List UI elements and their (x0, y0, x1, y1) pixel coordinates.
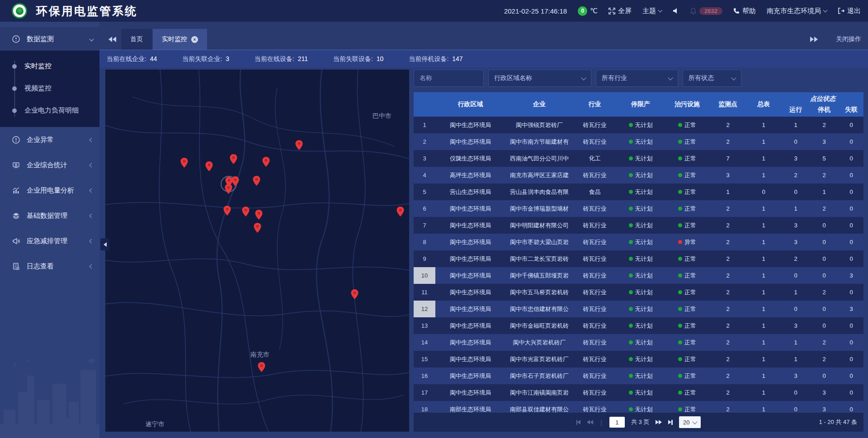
cell-monitor: 2 (709, 351, 746, 367)
tab-首页[interactable]: 首页 (121, 29, 152, 50)
sidebar-item-7[interactable]: 日志查看 (0, 254, 99, 279)
cell-facility-status: 正常 (665, 150, 709, 167)
map-roads-decoration (105, 70, 409, 432)
cell-region: 阆中生态环境局 (435, 200, 505, 217)
cell-monitor: 2 (709, 267, 746, 284)
volume-button[interactable] (673, 8, 679, 14)
sidebar-subitem-实时监控[interactable]: 实时监控 (0, 55, 99, 77)
theme-dropdown[interactable]: 主题 (642, 7, 662, 15)
cell-run: 1 (781, 334, 811, 351)
org-dropdown[interactable]: 南充市生态环境局 (767, 7, 827, 15)
tab-close-icon[interactable]: × (191, 36, 198, 43)
page-size-select[interactable]: 20 (679, 416, 701, 428)
table-row[interactable]: 1阆中生态环境局阆中强锐页岩砖厂砖瓦行业无计划正常21120 (414, 117, 863, 133)
chevron-left-icon (90, 137, 94, 142)
cell-meter: 0 (746, 184, 781, 200)
map-marker[interactable] (231, 176, 239, 186)
map-marker[interactable] (223, 206, 231, 216)
map-marker[interactable] (253, 176, 260, 186)
sidebar-item-6[interactable]: 应急减排管理 (0, 228, 99, 254)
table-row[interactable]: 8阆中生态环境局阆中市枣碧大梁山页岩砖瓦行业无计划异常21300 (414, 234, 863, 250)
tab-scroll-right-button[interactable] (805, 29, 822, 50)
next-page-button[interactable] (656, 420, 662, 424)
cell-halt: 0 (811, 234, 838, 250)
map-marker[interactable] (262, 157, 270, 167)
region-select[interactable]: 行政区域名称 (488, 70, 591, 87)
cell-stop-status: 无计划 (616, 267, 665, 284)
map-marker[interactable] (295, 140, 303, 150)
table-row[interactable]: 12阆中生态环境局阆中市忠信建材有限公砖瓦行业无计划正常21003 (414, 301, 863, 317)
table-row[interactable]: 15阆中生态环境局阆中市光富页岩机砖厂砖瓦行业无计划正常21120 (414, 351, 863, 367)
sidebar-subitem-企业电力负荷明细[interactable]: 企业电力负荷明细 (0, 99, 99, 122)
prev-page-button[interactable] (587, 420, 593, 424)
sidebar-subitem-视频监控[interactable]: 视频监控 (0, 77, 99, 99)
map-marker[interactable] (225, 184, 232, 194)
cell-monitor: 2 (709, 133, 746, 150)
cell-company: 西南油气田分公司川中 (505, 150, 573, 167)
page-number-input[interactable] (609, 417, 625, 428)
map-marker[interactable] (230, 154, 237, 164)
table-row[interactable]: 2阆中生态环境局阆中市南方节能建材有砖瓦行业无计划正常21030 (414, 133, 863, 150)
cell-region: 阆中生态环境局 (435, 317, 505, 334)
layers-icon (12, 212, 21, 220)
status-dot-icon (678, 307, 682, 311)
table-row[interactable]: 3仪陇生态环境局西南油气田分公司川中化工无计划正常71350 (414, 150, 863, 167)
map-marker[interactable] (255, 210, 263, 220)
cell-facility-status: 正常 (665, 301, 709, 317)
map-marker[interactable] (254, 223, 261, 233)
tab-scroll-left-button[interactable] (104, 29, 121, 50)
table-row[interactable]: 13阆中生态环境局阆中市金福旺页岩机砖砖瓦行业无计划正常21300 (414, 317, 863, 334)
sidebar-item-3[interactable]: 企业综合统计 (0, 152, 99, 178)
table-row[interactable]: 7阆中生态环境局阆中明阳建材有限公司砖瓦行业无计划正常21300 (414, 217, 863, 234)
cell-run: 0 (781, 267, 811, 284)
logout-button[interactable]: 退出 (838, 7, 861, 15)
cell-company: 阆中市二龙长宝页岩砖 (505, 250, 573, 267)
table-row[interactable]: 16阆中生态环境局阆中市石子页岩机砖厂砖瓦行业无计划正常21300 (414, 367, 863, 384)
sidebar-collapse-handle[interactable] (100, 238, 109, 250)
notifications[interactable]: 2632 (690, 7, 722, 15)
table-row[interactable]: 17阆中生态环境局阆中市江南镇阆南页岩砖瓦行业无计划正常21030 (414, 384, 863, 401)
first-page-button[interactable] (576, 420, 581, 425)
table-row[interactable]: 10阆中生态环境局阆中千佛镇五郎垭页岩砖瓦行业无计划正常21003 (414, 267, 863, 284)
map-marker[interactable] (242, 207, 250, 217)
fullscreen-button[interactable]: 全屏 (609, 7, 632, 15)
map-marker[interactable] (205, 161, 213, 171)
table-row[interactable]: 9阆中生态环境局阆中市二龙长宝页岩砖砖瓦行业无计划正常21200 (414, 250, 863, 267)
sidebar-item-5[interactable]: 基础数据管理 (0, 203, 99, 228)
map-panel[interactable]: 巴中市南充市遂宁市 (105, 70, 409, 432)
map-marker[interactable] (396, 207, 404, 217)
table-row[interactable]: 18南部生态环境局南部县双佳建材有限公砖瓦行业无计划正常21030 (414, 401, 863, 413)
map-marker[interactable] (351, 289, 359, 299)
sidebar-item-2[interactable]: 企业异常 (0, 127, 99, 152)
close-operations-button[interactable]: 关闭操作 (836, 35, 861, 43)
table-row[interactable]: 14阆中生态环境局阆中大兴页岩机砖厂砖瓦行业无计划正常21120 (414, 334, 863, 351)
name-search-input[interactable]: 名称 (414, 70, 484, 87)
cell-stop-status: 无计划 (616, 234, 665, 250)
table-row[interactable]: 11阆中生态环境局阆中市五马桥页岩机砖砖瓦行业无计划正常21120 (414, 284, 863, 301)
cell-stop-status: 无计划 (616, 133, 665, 150)
monitor-gauge-icon (12, 35, 21, 43)
tab-实时监控[interactable]: 实时监控× (153, 29, 207, 50)
sidebar-item-label: 应急减排管理 (27, 237, 67, 245)
sidebar-item-1[interactable]: 数据监测 (0, 27, 99, 51)
cell-facility-status: 正常 (665, 250, 709, 267)
cell-company: 南充市高坪区王家店建 (505, 167, 573, 184)
last-page-button[interactable] (668, 420, 673, 425)
industry-select[interactable]: 所有行业 (596, 70, 678, 87)
map-marker[interactable] (258, 362, 265, 372)
sidebar-item-4[interactable]: 企业用电量分析 (0, 178, 99, 203)
status-select[interactable]: 所有状态 (683, 70, 741, 87)
map-marker[interactable] (180, 158, 188, 168)
table-row[interactable]: 5营山生态环境局营山县润丰肉食品有限食品无计划正常10010 (414, 184, 863, 200)
help-button[interactable]: 帮助 (733, 7, 756, 15)
city-label-巴中市: 巴中市 (373, 112, 392, 120)
status-dot-icon (629, 223, 633, 227)
table-row[interactable]: 6阆中生态环境局阆中市金博瑞新型墙材砖瓦行业无计划正常21120 (414, 200, 863, 217)
cell-facility-status: 正常 (665, 133, 709, 150)
cell-meter: 1 (746, 267, 781, 284)
cell-index: 15 (414, 351, 435, 367)
table-row[interactable]: 4高坪生态环境局南充市高坪区王家店建砖瓦行业无计划正常31220 (414, 167, 863, 184)
status-dot-icon (629, 324, 633, 328)
cell-company: 阆中市石子页岩机砖厂 (505, 367, 573, 384)
cell-halt: 5 (811, 150, 838, 167)
